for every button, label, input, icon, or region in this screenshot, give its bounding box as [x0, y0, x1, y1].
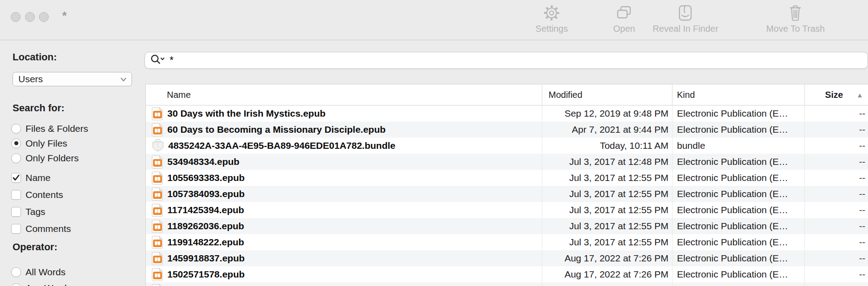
epub-file-icon — [152, 187, 163, 201]
cell-name: 1199148222.epub — [146, 234, 542, 250]
column-header-name[interactable]: Name — [146, 84, 542, 105]
table-row[interactable] — [146, 282, 868, 286]
cell-name: 1057384093.epub — [146, 186, 542, 202]
cell-name: 1459918837.epub — [146, 250, 542, 266]
table-row[interactable]: 4835242A-33AA-4E95-BA89-946EDE01A782.bun… — [146, 138, 868, 154]
cell-kind: Electronic Publication (E… — [672, 250, 805, 266]
checkbox-icon — [11, 173, 21, 183]
cell-modified: Today, 10:11 AM — [542, 138, 672, 154]
table-row[interactable]: 1171425394.epub Jul 3, 2017 at 12:55 PM … — [146, 202, 868, 218]
sort-ascending-icon: ▲ — [856, 91, 863, 99]
radio-icon — [11, 267, 21, 277]
cell-kind: Electronic Publication (E… — [672, 234, 805, 250]
table-row[interactable]: 1459918837.epub Aug 17, 2022 at 7:26 PM … — [146, 250, 868, 266]
column-header-modified[interactable]: Modified — [542, 84, 672, 105]
cell-size: -- — [805, 186, 868, 202]
cell-modified: Jul 3, 2017 at 12:55 PM — [542, 186, 672, 202]
cell-kind: Electronic Publication (E… — [672, 122, 805, 138]
cell-kind: Electronic Publication (E… — [672, 154, 805, 170]
column-header-size[interactable]: Size ▲ — [805, 84, 868, 105]
cell-modified: Sep 12, 2019 at 9:48 PM — [542, 105, 672, 122]
cell-name: 4835242A-33AA-4E95-BA89-946EDE01A782.bun… — [146, 138, 542, 154]
minimize-window-button[interactable] — [25, 12, 35, 22]
cell-size: -- — [805, 218, 868, 234]
search-for-label: Search for: — [13, 102, 64, 114]
cell-size: -- — [805, 105, 868, 122]
scope-radio-files-folders[interactable]: Files & Folders — [11, 121, 88, 136]
radio-icon — [11, 124, 21, 134]
cell-kind: Electronic Publication (E… — [672, 186, 805, 202]
cell-name — [146, 282, 542, 286]
scope-radio-only-files[interactable]: Only Files — [11, 136, 67, 151]
radio-icon — [11, 283, 21, 286]
cell-modified: Apr 7, 2021 at 9:44 PM — [542, 122, 672, 138]
operator-label: Operator: — [13, 241, 57, 253]
location-select[interactable]: Users — [13, 72, 132, 86]
cell-modified: Aug 17, 2022 at 7:26 PM — [542, 250, 672, 266]
attribute-checkbox-tags[interactable]: Tags — [11, 204, 45, 219]
table-row[interactable]: 534948334.epub Jul 3, 2017 at 12:48 PM E… — [146, 154, 868, 170]
results-table-body: 30 Days with the Irish Mystics.epub Sep … — [146, 105, 868, 286]
epub-file-icon — [152, 203, 163, 217]
cell-size: -- — [805, 250, 868, 266]
trash-icon — [787, 4, 804, 22]
epub-file-icon — [152, 107, 163, 121]
table-row[interactable]: 30 Days with the Irish Mystics.epub Sep … — [146, 105, 868, 122]
cell-kind: Electronic Publication (E… — [672, 218, 805, 234]
epub-file-icon — [152, 284, 163, 286]
table-row[interactable]: 60 Days to Becoming a Missionary Discipl… — [146, 122, 868, 138]
search-options-sidebar: Location: Users Search for: Files & Fold… — [0, 40, 145, 286]
cell-name: 1055693383.epub — [146, 170, 542, 186]
cell-size: -- — [805, 202, 868, 218]
epub-file-icon — [152, 268, 163, 282]
window-title: * — [62, 9, 67, 23]
operator-radio-any-word[interactable]: Any Word — [11, 281, 67, 286]
cell-name: 1502571578.epub — [146, 266, 542, 282]
checkbox-icon — [11, 207, 21, 217]
operator-radio-all-words[interactable]: All Words — [11, 265, 65, 279]
cell-size: -- — [805, 234, 868, 250]
cell-name: 30 Days with the Irish Mystics.epub — [146, 105, 542, 122]
cell-name: 534948334.epub — [146, 154, 542, 170]
cell-size: -- — [805, 122, 868, 138]
column-header-kind[interactable]: Kind — [672, 84, 805, 105]
toolbar-button-move-to-trash[interactable]: Move To Trash — [766, 4, 825, 34]
attribute-checkbox-name[interactable]: Name — [11, 170, 51, 185]
search-input[interactable]: * — [145, 52, 868, 69]
cell-size: -- — [805, 266, 868, 282]
cell-modified: Jul 3, 2017 at 12:55 PM — [542, 218, 672, 234]
search-icon[interactable] — [150, 54, 166, 67]
toolbar-button-open[interactable]: Open — [613, 4, 635, 34]
finder-icon — [677, 4, 694, 22]
attribute-checkbox-contents[interactable]: Contents — [11, 187, 63, 202]
epub-file-icon — [152, 123, 163, 137]
scope-radio-only-folders[interactable]: Only Folders — [11, 151, 79, 165]
cell-kind: Electronic Publication (E… — [672, 170, 805, 186]
table-row[interactable]: 1057384093.epub Jul 3, 2017 at 12:55 PM … — [146, 186, 868, 202]
epub-file-icon — [152, 155, 163, 169]
table-row[interactable]: 1189262036.epub Jul 3, 2017 at 12:55 PM … — [146, 218, 868, 234]
cell-name: 1171425394.epub — [146, 202, 542, 218]
cell-modified: Aug 17, 2022 at 7:26 PM — [542, 266, 672, 282]
cell-size: -- — [805, 170, 868, 186]
toolbar-button-settings[interactable]: Settings — [536, 4, 568, 34]
cell-kind — [672, 282, 805, 286]
cell-kind: bundle — [672, 138, 805, 154]
toolbar-button-label: Move To Trash — [766, 24, 825, 34]
zoom-window-button[interactable] — [39, 12, 49, 22]
location-label: Location: — [13, 51, 57, 63]
chevron-down-icon — [120, 74, 127, 84]
cell-name: 1189262036.epub — [146, 218, 542, 234]
cell-kind: Electronic Publication (E… — [672, 266, 805, 282]
table-row[interactable]: 1055693383.epub Jul 3, 2017 at 12:55 PM … — [146, 170, 868, 186]
checkbox-icon — [11, 190, 21, 200]
close-window-button[interactable] — [11, 12, 21, 22]
table-row[interactable]: 1502571578.epub Aug 17, 2022 at 7:26 PM … — [146, 266, 868, 282]
cell-modified: Jul 3, 2017 at 12:55 PM — [542, 234, 672, 250]
table-row[interactable]: 1199148222.epub Jul 3, 2017 at 12:55 PM … — [146, 234, 868, 250]
epub-file-icon — [152, 236, 163, 249]
cell-name: 60 Days to Becoming a Missionary Discipl… — [146, 122, 542, 138]
attribute-checkbox-comments[interactable]: Comments — [11, 221, 71, 236]
toolbar-button-reveal-in-finder[interactable]: Reveal In Finder — [653, 4, 719, 34]
results-table-header: Name Modified Kind Size ▲ — [146, 84, 868, 105]
